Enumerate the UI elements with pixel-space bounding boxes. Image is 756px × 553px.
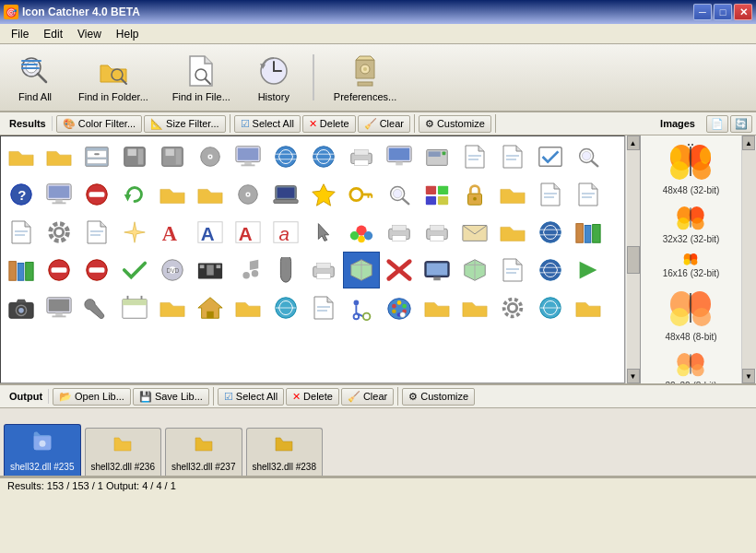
size-32-8bit[interactable]: 32x32 (8-bit) bbox=[665, 349, 716, 383]
icon-cell[interactable] bbox=[192, 176, 229, 213]
icon-cell[interactable] bbox=[305, 214, 342, 251]
icon-cell[interactable] bbox=[116, 252, 153, 288]
menu-file[interactable]: File bbox=[4, 26, 36, 42]
icon-cell[interactable] bbox=[381, 214, 418, 251]
icon-cell[interactable] bbox=[230, 138, 266, 175]
icon-cell[interactable] bbox=[494, 289, 531, 326]
scroll-up-btn[interactable]: ▲ bbox=[627, 135, 640, 150]
icon-cell[interactable] bbox=[532, 214, 569, 251]
icon-cell[interactable] bbox=[192, 252, 229, 288]
icon-cell[interactable] bbox=[456, 138, 493, 175]
icon-cell[interactable] bbox=[267, 138, 304, 175]
icon-cell[interactable] bbox=[78, 214, 115, 251]
size-48-32bit[interactable]: 48x48 (32-bit) bbox=[663, 139, 720, 195]
icon-cell[interactable] bbox=[570, 289, 607, 326]
icon-cell[interactable] bbox=[41, 138, 77, 175]
icon-cell[interactable] bbox=[456, 289, 493, 326]
icon-cell[interactable] bbox=[267, 252, 304, 288]
findall-button[interactable]: Find All bbox=[7, 48, 63, 107]
out-select-all-button[interactable]: ☑ Select All bbox=[218, 388, 284, 406]
icon-cell[interactable] bbox=[41, 252, 77, 288]
icon-cell[interactable] bbox=[494, 138, 531, 175]
icon-cell[interactable] bbox=[570, 138, 607, 175]
images-view-btn1[interactable]: 📄 bbox=[706, 115, 728, 133]
icon-cell[interactable] bbox=[116, 214, 153, 251]
icon-cell[interactable] bbox=[419, 176, 455, 213]
icon-cell[interactable]: a bbox=[267, 214, 304, 251]
icon-cell[interactable] bbox=[41, 214, 77, 251]
icon-cell[interactable] bbox=[305, 138, 342, 175]
icon-cell[interactable]: A bbox=[192, 214, 229, 251]
icon-cell[interactable] bbox=[570, 252, 607, 288]
menu-edit[interactable]: Edit bbox=[36, 26, 70, 42]
icon-cell[interactable] bbox=[532, 138, 569, 175]
icon-cell[interactable] bbox=[116, 289, 153, 326]
icon-cell[interactable]: A bbox=[230, 214, 266, 251]
icon-cell[interactable] bbox=[3, 252, 40, 288]
icon-cell[interactable] bbox=[456, 252, 493, 288]
icon-cell[interactable] bbox=[419, 289, 455, 326]
icon-cell[interactable] bbox=[570, 214, 607, 251]
icon-cell[interactable] bbox=[343, 176, 380, 213]
icon-cell[interactable] bbox=[41, 289, 77, 326]
scroll-thumb[interactable] bbox=[627, 246, 640, 274]
icon-cell[interactable] bbox=[532, 252, 569, 288]
menu-view[interactable]: View bbox=[70, 26, 109, 42]
scroll-down-btn[interactable]: ▼ bbox=[627, 369, 640, 383]
icon-cell[interactable] bbox=[343, 138, 380, 175]
save-lib-button[interactable]: 💾 Save Lib... bbox=[133, 388, 209, 406]
icon-cell[interactable] bbox=[532, 289, 569, 326]
icon-cell[interactable] bbox=[419, 214, 455, 251]
color-filter-button[interactable]: 🎨 Color Filter... bbox=[56, 115, 142, 133]
icon-cell[interactable] bbox=[343, 214, 380, 251]
icon-cell[interactable] bbox=[41, 176, 77, 213]
icon-cell[interactable] bbox=[343, 252, 380, 288]
icon-cell[interactable] bbox=[419, 252, 455, 288]
tab-shell32-235[interactable]: shell32.dll #235 bbox=[4, 424, 81, 476]
size-filter-button[interactable]: 📐 Size Filter... bbox=[144, 115, 225, 133]
icon-cell[interactable] bbox=[343, 289, 380, 326]
icon-cell[interactable]: ? bbox=[3, 176, 40, 213]
icon-cell[interactable] bbox=[116, 138, 153, 175]
icon-cell[interactable] bbox=[456, 176, 493, 213]
icon-cell[interactable]: A bbox=[154, 214, 191, 251]
icon-cell[interactable] bbox=[3, 138, 40, 175]
right-scrollbar[interactable]: ▲ ▼ bbox=[741, 135, 756, 383]
icon-cell[interactable] bbox=[230, 289, 266, 326]
findinfile-button[interactable]: Find in File... bbox=[164, 48, 239, 107]
icon-cell[interactable] bbox=[267, 176, 304, 213]
icon-cell[interactable] bbox=[230, 176, 266, 213]
select-all-button[interactable]: ☑ Select All bbox=[234, 115, 301, 133]
tab-shell32-238[interactable]: shell32.dll #238 bbox=[246, 428, 324, 476]
preferences-button[interactable]: Preferences... bbox=[325, 48, 405, 107]
icon-cell[interactable] bbox=[381, 289, 418, 326]
icon-cell[interactable] bbox=[494, 252, 531, 288]
close-button[interactable]: ✕ bbox=[734, 4, 752, 20]
delete-button[interactable]: ✕ Delete bbox=[302, 115, 356, 133]
menu-help[interactable]: Help bbox=[109, 26, 147, 42]
tab-shell32-236[interactable]: shell32.dll #236 bbox=[85, 428, 162, 476]
clear-button[interactable]: 🧹 Clear bbox=[358, 115, 410, 133]
icon-cell[interactable] bbox=[494, 214, 531, 251]
rscroll-down-btn[interactable]: ▼ bbox=[742, 369, 755, 383]
icon-cell[interactable] bbox=[494, 176, 531, 213]
icon-cell[interactable] bbox=[381, 252, 418, 288]
icon-cell[interactable] bbox=[305, 176, 342, 213]
images-view-btn2[interactable]: 🔄 bbox=[730, 115, 752, 133]
icon-cell[interactable] bbox=[116, 176, 153, 213]
icon-cell[interactable] bbox=[154, 138, 191, 175]
icon-cell[interactable] bbox=[230, 252, 266, 288]
grid-scrollbar[interactable]: ▲ ▼ bbox=[625, 135, 640, 383]
icon-cell[interactable] bbox=[154, 176, 191, 213]
icon-cell[interactable] bbox=[78, 176, 115, 213]
icon-cell[interactable] bbox=[532, 176, 569, 213]
icon-cell[interactable] bbox=[305, 252, 342, 288]
history-button[interactable]: History bbox=[246, 48, 301, 107]
icon-cell[interactable] bbox=[570, 176, 607, 213]
size-32-32bit[interactable]: 32x32 (32-bit) bbox=[663, 203, 720, 244]
icon-cell[interactable] bbox=[192, 138, 229, 175]
out-delete-button[interactable]: ✕ Delete bbox=[286, 388, 339, 406]
size-16-32bit[interactable]: 16x16 (32-bit) bbox=[663, 252, 720, 278]
icon-cell[interactable] bbox=[192, 289, 229, 326]
icon-cell[interactable] bbox=[267, 289, 304, 326]
